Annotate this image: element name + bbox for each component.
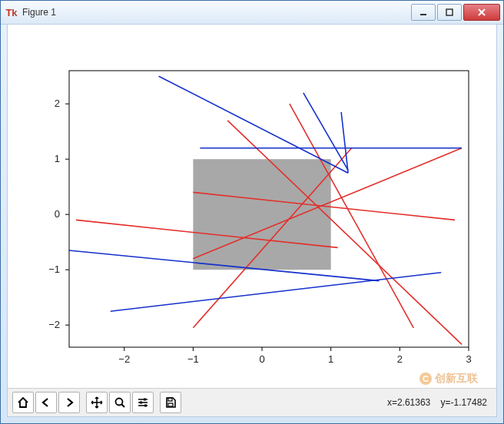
pan-button[interactable] [86, 392, 108, 413]
client-area: −2−10123−2−1012 C 创新互联 [7, 24, 497, 417]
tk-icon: Tk [5, 6, 18, 18]
svg-text:0: 0 [259, 353, 264, 365]
configure-button[interactable] [132, 392, 154, 413]
forward-button[interactable] [58, 392, 80, 413]
svg-text:−2: −2 [48, 319, 60, 330]
svg-text:2: 2 [55, 98, 60, 109]
axes-plot: −2−10123−2−1012 [8, 25, 496, 389]
svg-text:1: 1 [328, 353, 333, 365]
back-button[interactable] [35, 392, 57, 413]
coord-readout: x=2.61363 y=-1.17482 [387, 397, 487, 408]
arrow-right-icon [63, 396, 75, 409]
zoom-button[interactable] [109, 392, 131, 413]
svg-text:0: 0 [55, 208, 60, 220]
svg-rect-4 [193, 159, 330, 270]
minimize-button[interactable] [411, 4, 436, 21]
svg-rect-46 [140, 402, 142, 404]
svg-rect-45 [144, 399, 146, 401]
magnify-icon [114, 396, 126, 409]
close-button[interactable] [463, 4, 500, 21]
svg-text:2: 2 [397, 353, 403, 365]
svg-line-15 [303, 93, 348, 171]
svg-rect-1 [446, 9, 453, 15]
move-icon [91, 396, 103, 409]
home-button[interactable] [12, 392, 34, 413]
svg-text:3: 3 [466, 353, 471, 365]
save-button[interactable] [160, 392, 181, 413]
svg-point-40 [116, 399, 123, 406]
maximize-button[interactable] [437, 4, 462, 21]
arrow-left-icon [40, 396, 52, 409]
svg-text:−2: −2 [118, 353, 130, 365]
sliders-icon [137, 396, 149, 409]
svg-line-41 [122, 405, 125, 408]
svg-text:1: 1 [55, 153, 60, 164]
svg-rect-49 [168, 403, 173, 406]
matplotlib-window: Tk Figure 1 −2−10123−2−1012 C 创新互联 [0, 0, 504, 424]
nav-toolbar: x=2.61363 y=-1.17482 [8, 388, 496, 416]
svg-line-14 [159, 76, 349, 173]
window-title: Figure 1 [22, 7, 56, 18]
svg-line-11 [111, 273, 441, 311]
titlebar: Tk Figure 1 [1, 1, 503, 25]
home-icon [17, 396, 29, 409]
svg-text:−1: −1 [187, 353, 199, 365]
svg-rect-48 [168, 398, 172, 401]
figure-canvas[interactable]: −2−10123−2−1012 [8, 25, 496, 389]
save-icon [164, 396, 177, 409]
svg-rect-47 [144, 405, 147, 407]
svg-text:−1: −1 [48, 263, 60, 275]
